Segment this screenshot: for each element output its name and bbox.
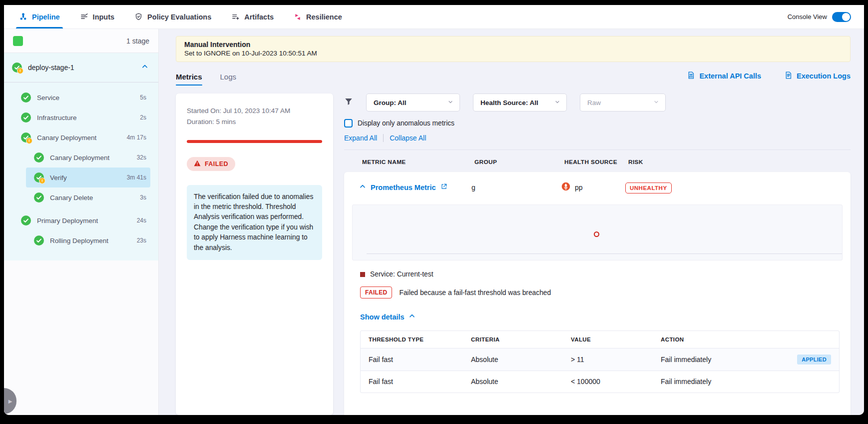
metric-name-link[interactable]: Prometheus Metric xyxy=(371,184,436,192)
threshold-value: < 100000 xyxy=(571,378,661,386)
filter-funnel-icon[interactable] xyxy=(344,97,353,108)
tab-pipeline-label: Pipeline xyxy=(32,13,60,21)
failed-status-badge: FAILED xyxy=(187,157,235,171)
sidebar-step-infrastructure[interactable]: Infrastructure 2s xyxy=(4,108,158,128)
app-window: Pipeline Inputs Policy Evaluations Artif… xyxy=(4,5,864,415)
external-link-icon[interactable] xyxy=(440,183,447,192)
group-filter-value: Group: All xyxy=(374,99,407,106)
artifacts-icon xyxy=(231,12,240,21)
metric-card: Prometheus Metric g pp UNHEALTHY xyxy=(344,172,851,415)
health-source-name: pp xyxy=(575,184,583,192)
sidebar-step-canary-deployment[interactable]: Canary Deployment 32s xyxy=(4,148,158,168)
tab-pipeline[interactable]: Pipeline xyxy=(19,5,60,28)
tab-policy-evaluations[interactable]: Policy Evaluations xyxy=(134,5,211,28)
transformation-value: Raw xyxy=(587,99,601,106)
external-api-calls-link[interactable]: External API Calls xyxy=(687,71,761,81)
anomalous-metrics-label: Display only anomalous metrics xyxy=(358,120,454,127)
tab-artifacts-label: Artifacts xyxy=(244,13,274,21)
success-warning-icon xyxy=(34,172,44,182)
stage-status-warning-icon xyxy=(12,62,22,72)
metric-name-cell[interactable]: Prometheus Metric xyxy=(359,183,471,192)
failure-reason-row: FAILED Failed because a fail-fast thresh… xyxy=(360,286,851,298)
chevron-up-icon xyxy=(409,312,416,321)
chevron-down-icon xyxy=(653,99,659,106)
health-source-filter-dropdown[interactable]: Health Source: All xyxy=(473,94,567,112)
stage-summary-row: 1 stage xyxy=(4,29,158,53)
health-source-filter-value: Health Source: All xyxy=(480,99,538,106)
group-filter-dropdown[interactable]: Group: All xyxy=(366,94,460,112)
step-label: Canary Deployment xyxy=(37,134,96,142)
applied-badge: APPLIED xyxy=(797,354,831,364)
chevron-up-icon[interactable] xyxy=(141,63,148,72)
inputs-icon xyxy=(80,12,88,21)
threshold-value: > 11 xyxy=(571,356,661,364)
execution-sidebar: 1 stage deploy-stage-1 Service 5s Infras… xyxy=(4,29,159,415)
top-navigation: Pipeline Inputs Policy Evaluations Artif… xyxy=(4,5,864,29)
stage-status-square[interactable] xyxy=(13,36,23,46)
sidebar-step-canary-delete[interactable]: Canary Delete 3s xyxy=(4,188,158,208)
tab-inputs[interactable]: Inputs xyxy=(80,5,115,28)
show-details-link[interactable]: Show details xyxy=(360,312,416,321)
metric-group-cell: g xyxy=(471,184,561,192)
tab-resilience-label: Resilience xyxy=(306,13,342,21)
tab-logs[interactable]: Logs xyxy=(220,72,237,86)
verification-summary-card: Started On: Jul 10, 2023 10:47 AM Durati… xyxy=(176,94,333,415)
chevron-up-icon[interactable] xyxy=(359,183,366,192)
stage-name: deploy-stage-1 xyxy=(28,64,135,72)
failed-badge: FAILED xyxy=(360,286,392,298)
collapse-all-link[interactable]: Collapse All xyxy=(390,134,426,142)
transformation-dropdown[interactable]: Raw xyxy=(580,94,666,112)
document-icon xyxy=(784,71,793,81)
threshold-type: Fail fast xyxy=(369,356,471,364)
panel-links: External API Calls Execution Logs xyxy=(687,71,851,86)
tab-metrics[interactable]: Metrics xyxy=(176,72,202,86)
warning-triangle-icon xyxy=(194,160,201,168)
divider xyxy=(4,82,158,82)
step-duration: 5s xyxy=(140,94,146,101)
metric-row: Prometheus Metric g pp UNHEALTHY xyxy=(344,172,851,200)
legend-swatch xyxy=(360,272,365,277)
execution-main-panel: Manual Intervention Set to IGNORE on 10-… xyxy=(159,29,864,415)
failed-progress-bar xyxy=(187,140,322,143)
shield-check-icon xyxy=(134,12,143,21)
health-source-cell: pp xyxy=(561,182,625,192)
col-risk: RISK xyxy=(628,158,851,166)
legend-label: Service: Current-test xyxy=(370,270,434,278)
tab-inputs-label: Inputs xyxy=(93,13,115,21)
risk-cell: UNHEALTHY xyxy=(625,183,851,192)
step-duration: 24s xyxy=(137,217,146,224)
sidebar-step-service[interactable]: Service 5s xyxy=(4,88,158,108)
tab-artifacts[interactable]: Artifacts xyxy=(231,5,274,28)
step-label: Rolling Deployment xyxy=(50,237,108,244)
anomalous-metrics-checkbox[interactable] xyxy=(344,119,353,128)
threshold-row: Fail fast Absolute < 100000 Fail immedia… xyxy=(361,370,839,392)
step-label: Canary Delete xyxy=(50,194,93,202)
unhealthy-risk-badge: UNHEALTHY xyxy=(625,182,672,194)
sidebar-step-rolling-deployment[interactable]: Rolling Deployment 23s xyxy=(4,230,158,250)
tab-resilience[interactable]: Resilience xyxy=(294,5,342,28)
success-icon xyxy=(21,112,31,122)
panel-tab-row: Metrics Logs External API Calls Executio… xyxy=(176,71,851,86)
threshold-action-cell: Fail immediately xyxy=(661,378,831,386)
success-icon xyxy=(21,216,31,226)
execution-logs-link[interactable]: Execution Logs xyxy=(784,71,851,81)
failure-reason-text: Failed because a fail-fast threshold was… xyxy=(399,289,551,296)
success-warning-icon xyxy=(21,132,31,142)
filter-row: Group: All Health Source: All Raw xyxy=(344,94,851,112)
anomalous-data-point[interactable] xyxy=(594,232,599,237)
sidebar-step-canary-deployment-group[interactable]: Canary Deployment 4m 17s xyxy=(4,128,158,148)
success-icon xyxy=(34,152,44,162)
console-view-label: Console View xyxy=(788,13,827,20)
success-icon xyxy=(21,92,31,102)
console-view-toggle[interactable] xyxy=(832,12,851,22)
metric-chart xyxy=(352,204,843,260)
stage-row[interactable]: deploy-stage-1 xyxy=(4,53,158,82)
sidebar-step-verify[interactable]: Verify 3m 41s xyxy=(26,168,150,188)
manual-intervention-banner: Manual Intervention Set to IGNORE on 10-… xyxy=(176,36,851,62)
expand-all-link[interactable]: Expand All xyxy=(344,134,377,142)
step-duration: 4m 17s xyxy=(127,134,146,141)
step-label: Infrastructure xyxy=(37,114,77,122)
chart-x-axis xyxy=(367,254,842,254)
sidebar-step-primary-deployment[interactable]: Primary Deployment 24s xyxy=(4,210,158,230)
col-metric-name: METRIC NAME xyxy=(362,158,474,166)
